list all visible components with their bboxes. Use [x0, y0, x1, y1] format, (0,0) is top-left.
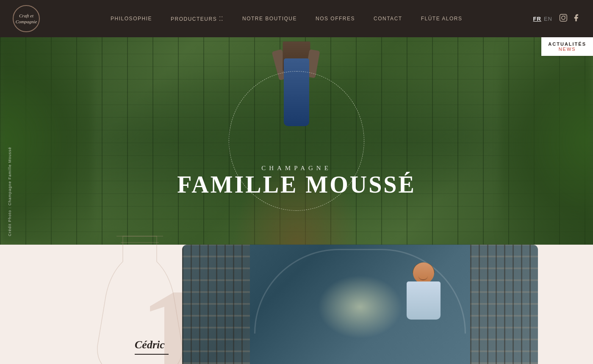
nav-producteurs-dots: ⁚⁚ [219, 15, 224, 22]
main-nav: PHILOSOPHIE PRODUCTEURS ⁚⁚ NOTRE BOUTIQU… [101, 15, 471, 22]
svg-point-2 [565, 15, 566, 16]
logo-line2: Compagnie [16, 19, 37, 24]
lower-section: 1 Cédric [0, 245, 593, 364]
lang-fr-button[interactable]: FR [533, 16, 541, 22]
lang-en-button[interactable]: EN [544, 16, 552, 22]
site-header: Craft et Compagnie PHILOSOPHIE PRODUCTEU… [0, 0, 593, 37]
cave-background [182, 245, 538, 364]
cave-person [394, 262, 453, 364]
instagram-icon[interactable] [559, 14, 568, 24]
hero-title: FAMILLE MOUSSÉ [177, 172, 416, 198]
social-icons [559, 14, 580, 24]
header-right: FR EN [533, 14, 580, 24]
hero-subtitle: CHAMPAGNE [177, 165, 416, 172]
foliage-right [500, 37, 593, 245]
logo-circle: Craft et Compagnie [13, 5, 40, 32]
nav-contact[interactable]: CONTACT [364, 16, 412, 22]
producer-name-underline [135, 354, 169, 355]
person-head [413, 262, 434, 284]
nav-flute[interactable]: FLÛTE ALORS [412, 16, 472, 22]
cave-light-glow [318, 275, 402, 339]
wine-rack-right [470, 245, 538, 364]
actualites-label: ACTUALITÉS [548, 41, 586, 47]
nav-producteurs-label: PRODUCTEURS [171, 16, 217, 22]
svg-rect-0 [560, 14, 567, 21]
bottle-holes-right [470, 245, 538, 364]
hero-section: CHAMPAGNE FAMILLE MOUSSÉ Crédit Photo : … [0, 37, 593, 245]
wine-rack-left [182, 245, 250, 364]
logo-area[interactable]: Craft et Compagnie [13, 5, 40, 32]
hero-text-block: CHAMPAGNE FAMILLE MOUSSÉ [177, 165, 416, 198]
producer-photo [182, 245, 538, 364]
actualites-badge[interactable]: ACTUALITÉS NEWS [541, 37, 593, 56]
producer-name: Cédric [135, 339, 165, 351]
person-shirt-cave [407, 281, 441, 320]
photo-credit: Crédit Photo : Champagne Famille Moussé [8, 147, 12, 236]
nav-producteurs[interactable]: PRODUCTEURS ⁚⁚ [161, 15, 233, 22]
foliage-left [0, 37, 93, 245]
news-label: NEWS [548, 47, 586, 52]
nav-boutique[interactable]: NOTRE BOUTIQUE [233, 16, 306, 22]
logo-line1: Craft et [19, 13, 33, 18]
nav-offres[interactable]: NOS OFFRES [306, 16, 364, 22]
svg-point-1 [562, 16, 565, 19]
bottle-holes-left [182, 245, 250, 364]
facebook-icon[interactable] [572, 14, 580, 24]
nav-philosophie[interactable]: PHILOSOPHIE [101, 16, 161, 22]
person-smile [418, 276, 428, 280]
language-switcher: FR EN [533, 16, 552, 22]
logo-text: Craft et Compagnie [16, 13, 37, 25]
